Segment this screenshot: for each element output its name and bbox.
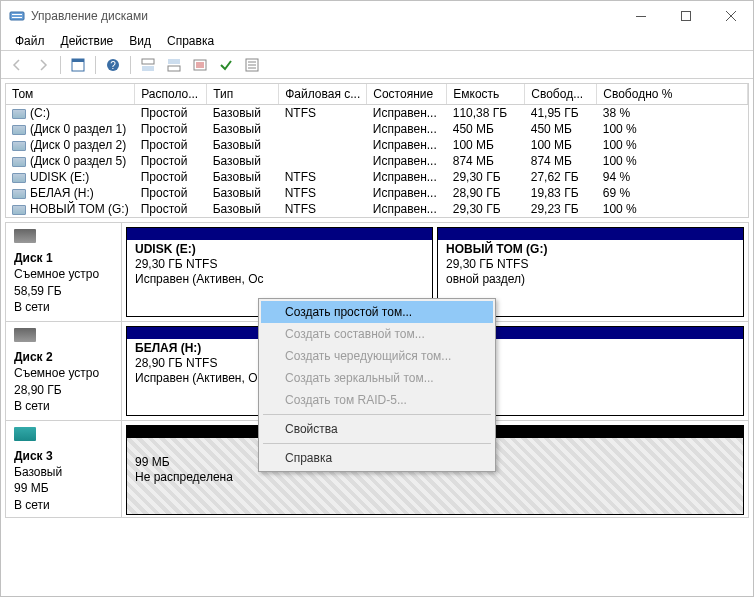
table-header-row[interactable]: Том Располо... Тип Файловая с... Состоян…	[6, 84, 748, 105]
help-button[interactable]: ?	[101, 54, 125, 76]
svg-rect-2	[12, 17, 22, 18]
disk-icon	[14, 427, 36, 441]
table-cell: 27,62 ГБ	[525, 169, 597, 185]
minimize-button[interactable]	[618, 1, 663, 31]
partition-title: UDISK (E:)	[135, 242, 196, 256]
disk-kind: Съемное устро	[14, 267, 99, 281]
table-cell: Простой	[135, 121, 207, 137]
table-cell: 450 МБ	[447, 121, 525, 137]
table-row[interactable]: БЕЛАЯ (H:)ПростойБазовыйNTFSИсправен...2…	[6, 185, 748, 201]
volume-icon	[12, 141, 26, 151]
col-volume[interactable]: Том	[6, 84, 135, 105]
volume-icon	[12, 125, 26, 135]
table-row[interactable]: НОВЫЙ ТОМ (G:)ПростойБазовыйNTFSИсправен…	[6, 201, 748, 217]
disk-state: В сети	[14, 399, 50, 413]
table-row[interactable]: (Диск 0 раздел 1)ПростойБазовыйИсправен.…	[6, 121, 748, 137]
table-row[interactable]: (Диск 0 раздел 2)ПростойБазовыйИсправен.…	[6, 137, 748, 153]
table-row[interactable]: (C:)ПростойБазовыйNTFSИсправен...110,38 …	[6, 105, 748, 122]
disk-kind: Базовый	[14, 465, 62, 479]
col-freepct[interactable]: Свободно %	[597, 84, 748, 105]
svg-rect-3	[636, 16, 646, 17]
col-layout[interactable]: Располо...	[135, 84, 207, 105]
cm-create-simple[interactable]: Создать простой том...	[261, 301, 493, 323]
table-cell: 100 МБ	[447, 137, 525, 153]
list-button[interactable]	[240, 54, 264, 76]
table-cell: Простой	[135, 201, 207, 217]
disk-label-3[interactable]: Диск 3 Базовый 99 МБ В сети	[6, 421, 122, 518]
table-cell: UDISK (E:)	[6, 169, 135, 185]
table-cell: 100 МБ	[525, 137, 597, 153]
col-free[interactable]: Свобод...	[525, 84, 597, 105]
table-cell: (Диск 0 раздел 1)	[6, 121, 135, 137]
disk-icon	[14, 229, 36, 243]
toolbar: ?	[1, 51, 753, 79]
partition-sub: 29,30 ГБ NTFS	[135, 257, 217, 271]
volume-icon	[12, 189, 26, 199]
check-button[interactable]	[214, 54, 238, 76]
settings-button[interactable]	[188, 54, 212, 76]
table-cell: 29,30 ГБ	[447, 169, 525, 185]
partition-status: Исправен (Активен, Ос	[135, 272, 263, 286]
view-top-button[interactable]	[136, 54, 160, 76]
col-filesystem[interactable]: Файловая с...	[279, 84, 367, 105]
col-type[interactable]: Тип	[207, 84, 279, 105]
cm-create-striped[interactable]: Создать чередующийся том...	[261, 345, 493, 367]
disk-label-2[interactable]: Диск 2 Съемное устро 28,90 ГБ В сети	[6, 322, 122, 420]
cm-create-spanned[interactable]: Создать составной том...	[261, 323, 493, 345]
table-cell: Базовый	[207, 137, 279, 153]
app-icon	[9, 8, 25, 24]
table-cell: Базовый	[207, 169, 279, 185]
table-row[interactable]: UDISK (E:)ПростойБазовыйNTFSИсправен...2…	[6, 169, 748, 185]
col-status[interactable]: Состояние	[367, 84, 447, 105]
table-cell: 38 %	[597, 105, 748, 122]
volume-icon	[12, 157, 26, 167]
cm-properties[interactable]: Свойства	[261, 418, 493, 440]
volume-table[interactable]: Том Располо... Тип Файловая с... Состоян…	[6, 84, 748, 217]
view-bottom-button[interactable]	[162, 54, 186, 76]
partition-title: НОВЫЙ ТОМ (G:)	[446, 242, 547, 256]
close-button[interactable]	[708, 1, 753, 31]
panel-button[interactable]	[66, 54, 90, 76]
menu-help[interactable]: Справка	[159, 32, 222, 50]
table-cell: NTFS	[279, 105, 367, 122]
table-cell: Базовый	[207, 201, 279, 217]
disk-size: 99 МБ	[14, 481, 49, 495]
menu-action[interactable]: Действие	[53, 32, 122, 50]
partition-status: Не распределена	[135, 470, 233, 484]
partition-sub: 29,30 ГБ NTFS	[446, 257, 528, 271]
window-title: Управление дисками	[31, 9, 148, 23]
table-cell: 69 %	[597, 185, 748, 201]
partition-sub: 28,90 ГБ NTFS	[135, 356, 217, 370]
disk-name: Диск 1	[14, 251, 53, 265]
table-cell: Простой	[135, 153, 207, 169]
svg-text:?: ?	[110, 60, 116, 71]
table-cell: 29,30 ГБ	[447, 201, 525, 217]
cm-help[interactable]: Справка	[261, 447, 493, 469]
table-cell	[279, 137, 367, 153]
forward-button[interactable]	[31, 54, 55, 76]
col-capacity[interactable]: Емкость	[447, 84, 525, 105]
svg-rect-11	[168, 59, 180, 64]
table-cell: NTFS	[279, 201, 367, 217]
table-cell: Исправен...	[367, 185, 447, 201]
table-cell: Исправен...	[367, 137, 447, 153]
svg-rect-0	[10, 12, 24, 20]
table-cell: Исправен...	[367, 153, 447, 169]
table-cell: 450 МБ	[525, 121, 597, 137]
table-cell: Исправен...	[367, 169, 447, 185]
volume-table-wrap: Том Располо... Тип Файловая с... Состоян…	[5, 83, 749, 218]
table-cell: НОВЫЙ ТОМ (G:)	[6, 201, 135, 217]
menu-file[interactable]: Файл	[7, 32, 53, 50]
cm-create-mirrored[interactable]: Создать зеркальный том...	[261, 367, 493, 389]
disk-size: 28,90 ГБ	[14, 383, 62, 397]
back-button[interactable]	[5, 54, 29, 76]
cm-create-raid5[interactable]: Создать том RAID-5...	[261, 389, 493, 411]
table-row[interactable]: (Диск 0 раздел 5)ПростойБазовыйИсправен.…	[6, 153, 748, 169]
disk-state: В сети	[14, 498, 50, 512]
table-cell: (Диск 0 раздел 5)	[6, 153, 135, 169]
maximize-button[interactable]	[663, 1, 708, 31]
table-cell: Базовый	[207, 185, 279, 201]
disk-label-1[interactable]: Диск 1 Съемное устро 58,59 ГБ В сети	[6, 223, 122, 321]
menu-view[interactable]: Вид	[121, 32, 159, 50]
table-cell: 100 %	[597, 121, 748, 137]
